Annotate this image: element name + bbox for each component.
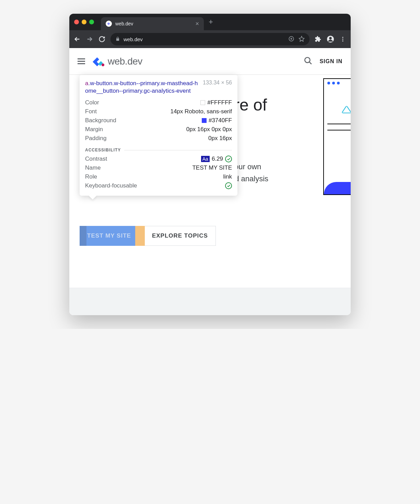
site-logo[interactable]: web.dev	[92, 56, 142, 67]
dimensions-text: 133.34 × 56	[203, 80, 232, 86]
tooltip-background-row: Background #3740FF	[85, 116, 232, 125]
color-swatch-icon	[200, 100, 205, 105]
window-controls	[74, 20, 94, 24]
logo-mark-icon	[92, 57, 104, 66]
selector-text: a.w-button.w-button--primary.w-masthead-…	[85, 80, 199, 95]
tooltip-margin-row: Margin 0px 16px 0px 0px	[85, 125, 232, 134]
svg-point-7	[305, 57, 310, 62]
window-minimize-button[interactable]	[82, 20, 86, 24]
browser-tab[interactable]: web.dev ×	[101, 17, 204, 30]
address-bar[interactable]: web.dev	[110, 33, 310, 45]
hamburger-menu-icon[interactable]	[78, 58, 85, 64]
svg-point-3	[342, 37, 343, 38]
url-text: web.dev	[124, 36, 143, 42]
tooltip-keyboard-row: Keyboard-focusable	[85, 181, 232, 190]
logo-text: web.dev	[108, 56, 142, 67]
contrast-aa-badge: Aa	[201, 156, 210, 162]
check-icon	[225, 182, 232, 189]
add-page-icon[interactable]	[288, 36, 294, 43]
tooltip-role-row: Role link	[85, 172, 232, 181]
tooltip-color-row: Color #FFFFFF	[85, 98, 232, 107]
bookmark-star-icon[interactable]	[299, 36, 305, 43]
back-button[interactable]	[73, 35, 81, 43]
tab-close-icon[interactable]: ×	[195, 20, 199, 27]
hero-title-fragment: re of	[234, 95, 267, 114]
menu-dots-icon[interactable]	[339, 35, 347, 43]
test-my-site-button[interactable]: TEST MY SITE	[80, 226, 139, 246]
window-close-button[interactable]	[74, 20, 79, 24]
color-swatch-icon	[202, 118, 207, 123]
favicon-icon	[106, 21, 112, 27]
reload-button[interactable]	[98, 35, 106, 43]
page-content: re of your own nd analysis a.w-button.w-…	[69, 75, 351, 315]
new-tab-button[interactable]: +	[209, 18, 213, 26]
footer-strip	[69, 288, 351, 315]
check-icon	[225, 156, 232, 162]
window-maximize-button[interactable]	[89, 20, 94, 24]
forward-button[interactable]	[86, 35, 93, 43]
search-icon[interactable]	[304, 56, 313, 67]
profile-icon[interactable]	[327, 35, 334, 43]
hero-illustration	[323, 78, 351, 195]
svg-point-5	[342, 41, 343, 42]
devtools-inspect-tooltip: a.w-button.w-button--primary.w-masthead-…	[80, 75, 237, 196]
tooltip-name-row: Name TEST MY SITE	[85, 163, 232, 172]
lock-icon	[115, 36, 120, 42]
svg-point-4	[342, 39, 343, 40]
tooltip-font-row: Font 14px Roboto, sans-serif	[85, 107, 232, 116]
tooltip-contrast-row: Contrast Aa 6.29	[85, 154, 232, 163]
browser-toolbar: web.dev	[69, 30, 351, 48]
titlebar: web.dev × +	[69, 14, 351, 30]
browser-window: web.dev × + web.dev	[69, 14, 351, 315]
explore-topics-button[interactable]: EXPLORE TOPICS	[144, 226, 216, 246]
svg-point-6	[102, 64, 104, 66]
sign-in-link[interactable]: SIGN IN	[319, 58, 342, 65]
tab-title: web.dev	[115, 21, 192, 26]
site-header: web.dev SIGN IN	[69, 48, 351, 75]
extensions-icon[interactable]	[314, 35, 322, 43]
a11y-section-header: ACCESSIBILITY	[85, 148, 232, 152]
svg-point-2	[329, 37, 331, 39]
tooltip-padding-row: Padding 0px 16px	[85, 134, 232, 143]
hero-buttons: TEST MY SITE EXPLORE TOPICS	[80, 226, 216, 246]
